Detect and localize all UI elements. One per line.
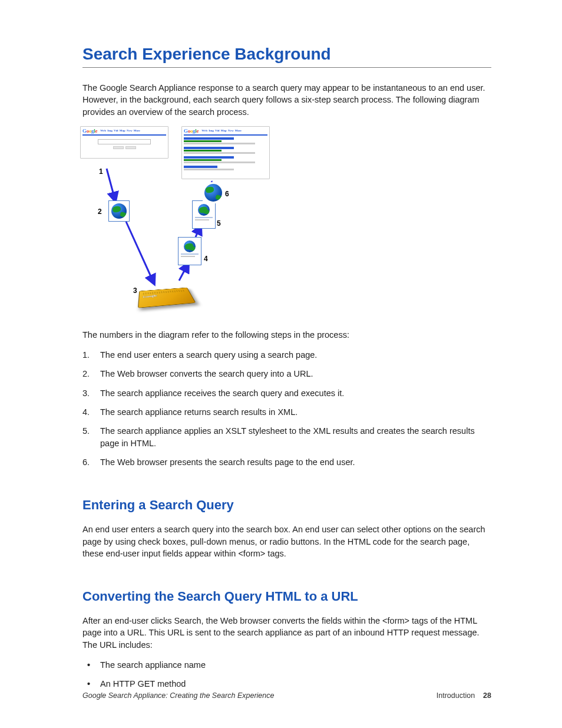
bullet-item: The search appliance name [82, 659, 491, 671]
footer-doc-title: Google Search Appliance: Creating the Se… [82, 691, 274, 700]
process-steps-list: The end user enters a search query using… [82, 349, 491, 468]
step-item: The search appliance receives the search… [82, 387, 491, 399]
diagram-label-1: 1 [99, 167, 103, 176]
diagram-doc-4 [178, 237, 201, 265]
entering-paragraph: An end user enters a search query into t… [82, 523, 491, 559]
step-item: The Web browser converts the search quer… [82, 368, 491, 380]
url-includes-list: The search appliance name An HTTP GET me… [82, 659, 491, 690]
step-item: The search appliance applies an XSLT sty… [82, 425, 491, 449]
intro-paragraph: The Google Search Appliance response to … [82, 82, 491, 118]
diagram-label-4: 4 [204, 255, 208, 263]
diagram-label-2: 2 [98, 207, 102, 216]
converting-paragraph: After an end-user clicks Search, the Web… [82, 615, 491, 651]
diagram-doc-5 [192, 200, 216, 229]
page-footer: Google Search Appliance: Creating the Se… [82, 691, 491, 700]
diagram-label-5: 5 [217, 219, 221, 228]
svg-line-2 [179, 263, 189, 281]
diagram-globe-6 [203, 182, 224, 203]
step-item: The Web browser presents the search resu… [82, 456, 491, 468]
diagram-results-page: GoogleWeb Img Vid Map New More [181, 126, 270, 179]
main-heading: Search Experience Background [82, 45, 491, 68]
step-item: The search appliance returns search resu… [82, 406, 491, 418]
svg-line-0 [107, 169, 115, 202]
after-diagram-paragraph: The numbers in the diagram refer to the … [82, 329, 491, 341]
search-process-diagram: GoogleWeb Img Vid Map New More GoogleWeb… [80, 126, 275, 321]
converting-heading: Converting the Search Query HTML to a UR… [82, 589, 491, 604]
entering-heading: Entering a Search Query [82, 498, 491, 513]
footer-page-number: 28 [483, 691, 491, 700]
diagram-globe-2 [108, 200, 130, 222]
bullet-item: An HTTP GET method [82, 678, 491, 690]
diagram-search-page: GoogleWeb Img Vid Map New More [80, 126, 168, 159]
svg-line-1 [126, 222, 154, 284]
step-item: The end user enters a search query using… [82, 349, 491, 361]
diagram-label-3: 3 [133, 286, 137, 295]
diagram-label-6: 6 [225, 190, 229, 198]
footer-section: Introduction [437, 691, 475, 700]
